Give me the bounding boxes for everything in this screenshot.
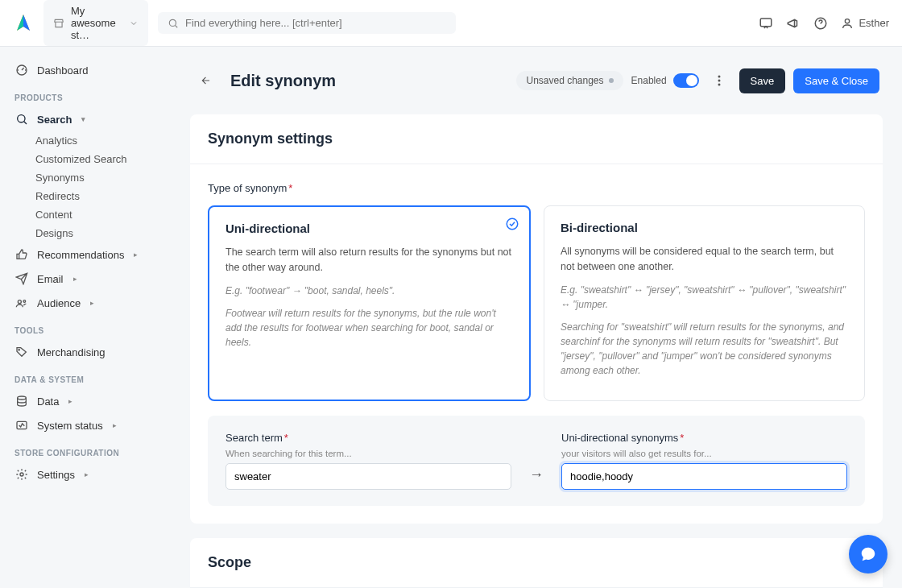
back-button[interactable]: [193, 68, 219, 93]
gear-icon: [14, 467, 29, 482]
uni-desc: The search term will also return results…: [226, 245, 513, 275]
chevron-right-icon: ▸: [85, 470, 89, 478]
svg-point-14: [718, 84, 720, 86]
chevron-right-icon: ▸: [68, 397, 72, 405]
uni-note: Footwear will return results for the syn…: [226, 306, 513, 350]
global-search[interactable]: [158, 12, 456, 34]
search-icon: [168, 18, 179, 29]
sidebar-subitem-synonyms[interactable]: Synonyms: [35, 168, 171, 187]
synonyms-help: your visitors will also get results for.…: [561, 449, 847, 458]
sidebar-subitem-designs[interactable]: Designs: [35, 224, 171, 242]
activity-icon: [14, 418, 29, 433]
type-option-uni[interactable]: Uni-directional The search term will als…: [208, 205, 531, 401]
section-tools: TOOLS: [0, 321, 171, 340]
user-menu[interactable]: Esther: [841, 17, 889, 30]
store-selector[interactable]: My awesome st…: [43, 0, 148, 46]
logo: [13, 13, 34, 34]
announcement-icon[interactable]: [786, 16, 801, 31]
chat-icon[interactable]: [759, 16, 773, 31]
search-term-help: When searching for this term...: [226, 449, 511, 458]
sidebar-item-merchandising[interactable]: Merchandising: [0, 340, 171, 364]
section-products: PRODUCTS: [0, 89, 171, 107]
save-close-button[interactable]: Save & Close: [793, 68, 879, 93]
user-name: Esther: [859, 17, 889, 29]
uni-eg: E.g. "footwear" → "boot, sandal, heels".: [226, 284, 513, 298]
settings-card-title: Synonym settings: [208, 130, 865, 147]
search-term-label: Search term*: [226, 432, 511, 444]
svg-point-0: [169, 19, 176, 26]
chevron-right-icon: ▸: [90, 299, 94, 307]
sidebar-item-email[interactable]: Email ▸: [0, 267, 171, 291]
scope-title: Scope: [208, 554, 865, 571]
database-icon: [14, 394, 29, 408]
sidebar-subitem-content[interactable]: Content: [35, 205, 171, 224]
thumbs-up-icon: [14, 247, 29, 262]
chevron-right-icon: ▸: [113, 421, 117, 429]
search-term-input[interactable]: [226, 463, 511, 490]
user-icon: [841, 17, 854, 30]
sidebar-subitem-analytics[interactable]: Analytics: [35, 131, 171, 150]
svg-point-11: [20, 473, 23, 476]
svg-point-13: [718, 80, 720, 82]
chevron-down-icon: ▾: [81, 115, 85, 123]
svg-point-3: [846, 19, 850, 23]
sidebar-item-settings[interactable]: Settings ▸: [0, 462, 171, 487]
send-icon: [14, 271, 29, 286]
tag-icon: [14, 345, 29, 359]
arrow-right-icon: →: [524, 466, 548, 490]
bi-desc: All synonyms will be considered equal to…: [561, 244, 848, 275]
svg-point-6: [18, 300, 21, 304]
search-nav-icon: [14, 112, 29, 126]
bi-eg: E.g. "sweatshirt" ↔ "jersey", "sweatshir…: [561, 283, 848, 312]
sidebar-subitem-redirects[interactable]: Redirects: [35, 187, 171, 205]
check-circle-icon: [505, 217, 519, 231]
section-data: DATA & SYSTEM: [0, 371, 171, 389]
sidebar-subitem-customized-search[interactable]: Customized Search: [35, 150, 171, 168]
page-title: Edit synonym: [230, 72, 336, 90]
unsaved-badge: Unsaved changes: [516, 71, 623, 90]
sidebar-item-dashboard[interactable]: Dashboard: [0, 58, 171, 82]
sidebar-item-system-status[interactable]: System status ▸: [0, 413, 171, 437]
svg-point-5: [18, 115, 25, 122]
help-icon[interactable]: [813, 16, 828, 31]
dot-icon: [609, 78, 614, 83]
section-store: STORE CONFIGURATION: [0, 444, 171, 462]
more-menu-button[interactable]: [707, 68, 731, 93]
sidebar-item-search[interactable]: Search ▾: [0, 107, 171, 131]
enabled-toggle[interactable]: [673, 73, 699, 88]
svg-point-9: [18, 396, 27, 400]
audience-icon: [14, 296, 29, 310]
svg-rect-1: [761, 19, 772, 27]
store-icon: [53, 18, 64, 29]
type-label: Type of synonym*: [208, 182, 865, 194]
dashboard-icon: [14, 63, 29, 77]
svg-point-7: [23, 300, 26, 303]
sidebar-item-audience[interactable]: Audience ▸: [0, 291, 171, 315]
svg-point-12: [718, 76, 720, 78]
enabled-toggle-group: Enabled: [631, 73, 699, 88]
chevron-right-icon: ▸: [134, 251, 138, 259]
type-option-bi[interactable]: Bi-directional All synonyms will be cons…: [544, 205, 865, 401]
svg-point-8: [19, 350, 19, 350]
synonyms-label: Uni-directional synonyms*: [561, 432, 847, 444]
store-label: My awesome st…: [71, 5, 122, 41]
bi-note: Searching for "sweatshirt" will return r…: [561, 320, 848, 378]
uni-title: Uni-directional: [226, 222, 513, 235]
chevron-down-icon: [129, 19, 139, 28]
sidebar-item-data[interactable]: Data ▸: [0, 389, 171, 413]
svg-point-15: [507, 218, 518, 230]
synonyms-input[interactable]: [561, 463, 847, 490]
chat-launcher[interactable]: [849, 535, 888, 574]
sidebar-item-recommendations[interactable]: Recommendations ▸: [0, 242, 171, 267]
bi-title: Bi-directional: [561, 221, 848, 234]
chevron-right-icon: ▸: [73, 275, 77, 283]
save-button[interactable]: Save: [739, 68, 786, 93]
search-input[interactable]: [185, 17, 446, 29]
